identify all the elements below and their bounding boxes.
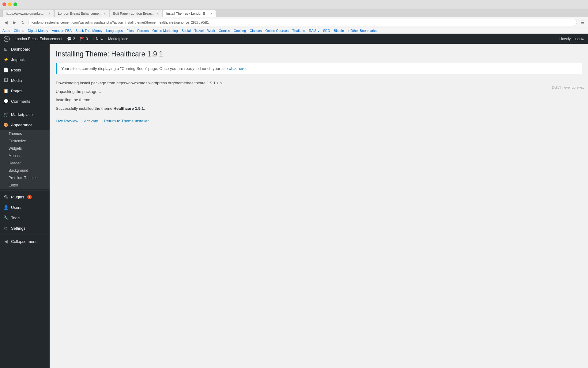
click-here-link[interactable]: click here [229,66,246,71]
sidebar-item-marketplace[interactable]: 🛒 Marketplace [0,109,50,120]
jetpack-icon: ⚡ [3,57,9,62]
users-icon: 👤 [3,205,9,210]
wp-admin-bar: W London Breast Enhancement 💬 2 🚩 0 + Ne… [0,34,588,44]
browser-tab-4[interactable]: Install Themes ‹ London B... ✕ [163,10,216,17]
sidebar-item-label: Tools [11,216,20,220]
new-item[interactable]: + New [93,37,103,41]
marketplace-admin-item[interactable]: Marketplace [108,37,128,41]
sidebar-item-appearance[interactable]: 🎨 Appearance [0,120,50,130]
back-button[interactable]: ◀ [2,19,9,26]
sidebar-item-widgets[interactable]: Widgets [0,145,50,152]
collapse-icon: ◀ [3,239,9,244]
maximize-dot[interactable] [13,2,17,6]
bookmark-other[interactable]: » Other Bookmarks [348,29,377,33]
bookmark-apps[interactable]: Apps [2,29,10,33]
sidebar-item-jetpack[interactable]: ⚡ Jetpack [0,54,50,65]
marketplace-icon: 🛒 [3,112,9,117]
themes-label: Themes [9,132,22,136]
bookmark-files[interactable]: Files [126,29,134,33]
sidebar-item-dashboard[interactable]: ⊞ Dashboard [0,44,50,54]
url-bar[interactable]: londonbreastenhancement.com/wp-admin/upd… [28,19,577,26]
new-label: + New [93,37,103,41]
bookmark-cooking[interactable]: Cooking [234,29,246,33]
tab-1-close[interactable]: ✕ [48,12,51,15]
plugins-badge: 1 [27,195,32,199]
pages-icon: 📋 [3,88,9,94]
log-line-3: Installing the theme… [56,97,582,103]
action-sep-2: | [100,119,103,123]
sidebar-item-premium-themes[interactable]: Premium Themes [0,174,50,182]
wp-sidebar: ⊞ Dashboard ⚡ Jetpack 📄 Posts 🖼 Media 📋 … [0,44,50,368]
sidebar-item-editor[interactable]: Editor [0,182,50,189]
bookmark-stack[interactable]: Stack That Money [75,29,102,33]
tab-2-close[interactable]: ✕ [104,12,106,15]
sidebar-item-plugins[interactable]: 🔌 Plugins 1 [0,192,50,202]
browser-tabs: https://www.mojomarketp... ✕ London Brea… [0,9,588,17]
tab-1-label: https://www.mojomarketp... [6,12,46,15]
sidebar-item-users[interactable]: 👤 Users [0,202,50,213]
tab-4-close[interactable]: ✕ [210,12,213,15]
site-name-text: London Breast Enhancement [15,37,62,41]
sidebar-item-label: Posts [11,68,21,72]
bookmark-classes[interactable]: Classes [250,29,262,33]
browser-tab-2[interactable]: London Breast Enhanceme... ✕ [55,10,109,17]
refresh-button[interactable]: ↻ [20,19,26,26]
sidebar-item-comments[interactable]: 💬 Comments [0,96,50,106]
sidebar-item-customize[interactable]: Customize [0,137,50,145]
sidebar-item-posts[interactable]: 📄 Posts [0,65,50,75]
sidebar-item-media[interactable]: 🖼 Media [0,75,50,86]
sidebar-item-menus[interactable]: Menus [0,152,50,159]
bookmark-digital-money[interactable]: Digital Money [28,29,48,33]
log-line-1: Downloading install package from https:/… [56,80,582,86]
bookmark-ra-srv[interactable]: RA Srv [309,29,319,33]
menu-button[interactable]: ☰ [579,19,586,26]
bookmark-comics[interactable]: Comics [219,29,230,33]
tab-3-close[interactable]: ✕ [156,12,159,15]
sidebar-item-themes[interactable]: Themes [0,130,50,137]
howdy-text: Howdy, ruspow [560,37,584,41]
wp-logo-item[interactable]: W [4,36,10,42]
sidebar-item-header[interactable]: Header [0,159,50,167]
bookmark-forums[interactable]: Forums [137,29,149,33]
sidebar-divider-3 [0,235,50,235]
svg-text:W: W [5,37,9,41]
activate-link[interactable]: Activate [84,119,98,123]
comments-item[interactable]: 💬 2 [67,37,75,41]
dashboard-icon: ⊞ [3,46,9,52]
wp-main: Installing Theme: Healthcare 1.9.1 Your … [50,44,588,368]
tab-2-label: London Breast Enhanceme... [58,12,101,15]
browser-tab-3[interactable]: Edit Page ‹ London Breas... ✕ [110,10,162,17]
sidebar-divider-2 [0,190,50,190]
widgets-label: Widgets [9,146,22,151]
tab-4-label: Install Themes ‹ London B... [166,12,208,15]
appearance-submenu: Themes Customize Widgets Menus Header Ba… [0,130,50,189]
bookmark-thailand[interactable]: Thailand [292,29,305,33]
bookmark-bitcoin[interactable]: Bitcoin [334,29,344,33]
bookmark-online-marketing[interactable]: Online Marketing [153,29,178,33]
bookmark-work[interactable]: Work [207,29,215,33]
sidebar-item-collapse[interactable]: ◀ Collapse menu [0,236,50,247]
minimize-dot[interactable] [8,2,12,6]
sidebar-item-background[interactable]: Background [0,167,50,174]
header-label: Header [9,161,21,165]
return-link[interactable]: Return to Theme Installer [104,119,149,123]
background-label: Background [9,168,28,173]
site-name-item[interactable]: London Breast Enhancement [15,37,62,41]
forward-button[interactable]: ▶ [11,19,18,26]
bookmark-seo[interactable]: SEO [323,29,330,33]
sidebar-item-settings[interactable]: ⚙ Settings [0,223,50,233]
sidebar-item-tools[interactable]: 🔧 Tools [0,213,50,223]
bookmark-clients[interactable]: Clients [14,29,24,33]
sidebar-menu: ⊞ Dashboard ⚡ Jetpack 📄 Posts 🖼 Media 📋 … [0,44,50,247]
bookmark-travel[interactable]: Travel [194,29,204,33]
browser-bookmarks: Apps Clients Digital Money Amazon FBA St… [0,28,588,34]
close-dot[interactable] [2,2,6,6]
browser-tab-1[interactable]: https://www.mojomarketp... ✕ [2,10,54,17]
live-preview-link[interactable]: Live Preview [56,119,78,123]
bookmark-languages[interactable]: Languages [106,29,123,33]
bookmark-social[interactable]: Social [182,29,191,33]
bookmark-amazon-fba[interactable]: Amazon FBA [52,29,72,33]
flag-item[interactable]: 🚩 0 [80,37,88,41]
bookmark-online-courses[interactable]: Online Courses [265,29,288,33]
sidebar-item-pages[interactable]: 📋 Pages [0,86,50,96]
